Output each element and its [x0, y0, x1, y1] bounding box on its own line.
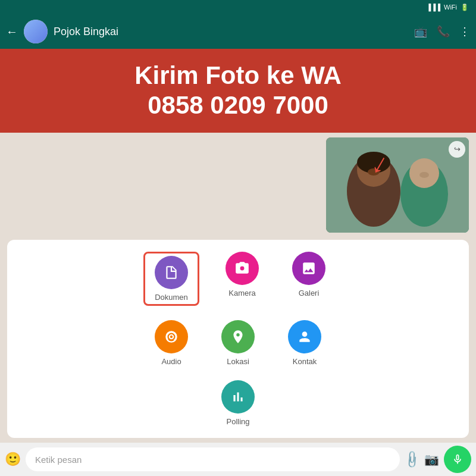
photo-bubble: ↓ ↪: [326, 137, 469, 233]
galeri-label: Galeri: [299, 289, 320, 298]
kontak-label: Kontak: [293, 357, 317, 366]
kamera-icon-circle: [226, 252, 259, 285]
polling-icon-circle: [221, 380, 255, 414]
contact-avatar[interactable]: [24, 20, 48, 43]
back-button[interactable]: ←: [6, 25, 18, 39]
menu-item-kontak[interactable]: Kontak: [281, 320, 328, 366]
wifi-icon: WiFi: [444, 4, 457, 11]
dokumen-label: Dokumen: [155, 293, 188, 302]
banner-line2: 0858 0209 7000: [14, 90, 462, 120]
menu-item-lokasi[interactable]: Lokasi: [214, 320, 262, 366]
camera-button[interactable]: 📷: [424, 452, 439, 466]
contact-name[interactable]: Pojok Bingkai: [54, 26, 408, 38]
chat-header: ← Pojok Bingkai 📺 📞 ⋮: [0, 14, 476, 49]
mic-button[interactable]: [444, 446, 471, 473]
dokumen-icon-circle: [155, 256, 188, 289]
main-content: Kirim Foto ke WA 0858 0209 7000: [0, 49, 476, 476]
input-bar: 🙂 Ketik pesan 📎 📷: [0, 443, 476, 476]
promo-banner: Kirim Foto ke WA 0858 0209 7000: [0, 49, 476, 133]
message-placeholder: Ketik pesan: [35, 455, 82, 465]
menu-item-galeri[interactable]: Galeri: [285, 252, 333, 306]
header-actions: 📺 📞 ⋮: [414, 25, 470, 38]
galeri-icon-circle: [292, 252, 325, 285]
menu-item-dokumen[interactable]: Dokumen: [148, 256, 195, 302]
chat-area: ↓ ↪ Dokumen: [0, 133, 476, 438]
lokasi-icon-circle: [221, 320, 255, 353]
more-options-icon[interactable]: ⋮: [459, 25, 470, 38]
emoji-button[interactable]: 🙂: [5, 452, 21, 467]
audio-label: Audio: [161, 357, 181, 366]
kontak-icon-circle: [288, 320, 321, 353]
kamera-label: Kamera: [228, 289, 256, 298]
forward-icon[interactable]: ↪: [449, 141, 465, 158]
phone-icon[interactable]: 📞: [437, 25, 450, 38]
message-input[interactable]: Ketik pesan: [26, 447, 400, 471]
polling-label: Polling: [226, 417, 249, 426]
video-call-icon[interactable]: 📺: [414, 25, 427, 38]
banner-line1: Kirim Foto ke WA: [14, 61, 462, 90]
audio-icon-circle: [155, 320, 188, 353]
menu-row-3: Polling: [17, 380, 459, 426]
menu-row-2: Audio Lokasi: [17, 320, 459, 366]
lokasi-label: Lokasi: [227, 357, 249, 366]
attachment-button[interactable]: 📎: [402, 449, 422, 470]
signal-icon: ▐▐▐: [427, 4, 440, 11]
menu-item-polling[interactable]: Polling: [214, 380, 262, 426]
battery-icon: 🔋: [461, 4, 469, 11]
attachment-menu: Dokumen Kamera: [7, 240, 469, 438]
status-icons: ▐▐▐ WiFi 🔋: [427, 4, 469, 11]
menu-row-1: Dokumen Kamera: [17, 252, 459, 306]
menu-item-kamera[interactable]: Kamera: [218, 252, 266, 306]
svg-point-7: [419, 172, 429, 178]
highlight-box: Dokumen: [143, 252, 199, 306]
photo-message: ↓ ↪: [0, 133, 476, 235]
avatar-image: [24, 20, 48, 43]
chat-photo: ↓: [326, 137, 469, 233]
status-bar: ▐▐▐ WiFi 🔋: [0, 0, 476, 14]
menu-item-audio[interactable]: Audio: [148, 320, 195, 366]
